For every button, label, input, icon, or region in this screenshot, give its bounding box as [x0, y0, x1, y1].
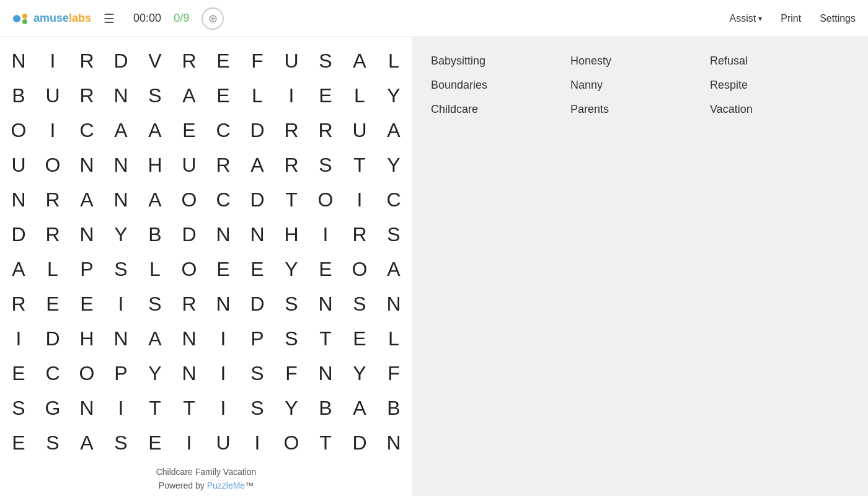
grid-cell[interactable]: D [2, 217, 36, 252]
grid-cell[interactable]: I [206, 321, 241, 356]
grid-cell[interactable]: R [36, 217, 70, 252]
grid-cell[interactable]: D [241, 113, 275, 148]
grid-cell[interactable]: Y [377, 148, 411, 182]
grid-cell[interactable]: A [172, 78, 206, 113]
grid-cell[interactable]: O [275, 425, 309, 460]
grid-cell[interactable]: F [241, 43, 275, 78]
grid-cell[interactable]: E [343, 321, 377, 356]
grid-cell[interactable]: R [2, 286, 36, 321]
grid-cell[interactable]: S [138, 78, 172, 113]
grid-cell[interactable]: D [36, 321, 70, 356]
grid-cell[interactable]: R [275, 148, 309, 182]
grid-cell[interactable]: V [138, 43, 172, 78]
grid-cell[interactable]: O [309, 182, 343, 217]
grid-cell[interactable]: Y [104, 217, 138, 252]
grid-cell[interactable]: S [275, 286, 309, 321]
grid-cell[interactable]: N [2, 182, 36, 217]
grid-cell[interactable]: S [104, 252, 138, 286]
grid-cell[interactable]: A [138, 113, 172, 148]
grid-cell[interactable]: C [377, 182, 411, 217]
grid-cell[interactable]: A [138, 182, 172, 217]
grid-cell[interactable]: A [2, 252, 36, 286]
grid-cell[interactable]: I [206, 356, 241, 391]
grid-cell[interactable]: S [309, 43, 343, 78]
grid-cell[interactable]: U [275, 43, 309, 78]
grid-cell[interactable]: O [2, 113, 36, 148]
grid-cell[interactable]: N [377, 286, 411, 321]
grid-cell[interactable]: N [104, 182, 138, 217]
grid-cell[interactable]: R [70, 43, 104, 78]
grid-cell[interactable]: S [2, 391, 36, 425]
grid-cell[interactable]: E [206, 252, 241, 286]
grid-cell[interactable]: N [70, 391, 104, 425]
settings-button[interactable]: Settings [820, 13, 856, 24]
grid-cell[interactable]: N [70, 217, 104, 252]
grid-cell[interactable]: A [138, 321, 172, 356]
grid-cell[interactable]: S [343, 286, 377, 321]
grid-cell[interactable]: A [70, 425, 104, 460]
puzzleme-link[interactable]: PuzzleMe [207, 480, 245, 490]
grid-cell[interactable]: A [377, 113, 411, 148]
grid-cell[interactable]: S [241, 391, 275, 425]
grid-cell[interactable]: E [2, 356, 36, 391]
grid-cell[interactable]: S [241, 356, 275, 391]
grid-cell[interactable]: R [206, 148, 241, 182]
grid-cell[interactable]: N [377, 425, 411, 460]
grid-cell[interactable]: D [343, 425, 377, 460]
grid-cell[interactable]: R [309, 113, 343, 148]
grid-cell[interactable]: Y [377, 78, 411, 113]
grid-cell[interactable]: I [104, 286, 138, 321]
grid-cell[interactable]: D [172, 217, 206, 252]
grid-cell[interactable]: S [309, 148, 343, 182]
grid-cell[interactable]: N [70, 148, 104, 182]
grid-cell[interactable]: F [377, 356, 411, 391]
grid-cell[interactable]: Y [275, 391, 309, 425]
grid-cell[interactable]: L [36, 252, 70, 286]
grid-cell[interactable]: A [377, 252, 411, 286]
grid-cell[interactable]: I [343, 182, 377, 217]
grid-cell[interactable]: R [70, 78, 104, 113]
grid-cell[interactable]: Y [138, 356, 172, 391]
grid-cell[interactable]: D [241, 286, 275, 321]
grid-cell[interactable]: A [104, 113, 138, 148]
grid-cell[interactable]: E [172, 113, 206, 148]
grid-cell[interactable]: T [172, 391, 206, 425]
grid-cell[interactable]: S [138, 286, 172, 321]
grid-cell[interactable]: H [138, 148, 172, 182]
grid-cell[interactable]: I [172, 425, 206, 460]
grid-cell[interactable]: N [309, 356, 343, 391]
grid-cell[interactable]: E [36, 286, 70, 321]
grid-cell[interactable]: O [70, 356, 104, 391]
grid-cell[interactable]: R [275, 113, 309, 148]
grid-cell[interactable]: P [241, 321, 275, 356]
grid-cell[interactable]: B [377, 391, 411, 425]
grid-cell[interactable]: N [104, 321, 138, 356]
grid-cell[interactable]: N [172, 321, 206, 356]
grid-cell[interactable]: H [275, 217, 309, 252]
assist-button[interactable]: Assist ▾ [730, 13, 763, 24]
grid-cell[interactable]: S [104, 425, 138, 460]
grid-cell[interactable]: H [70, 321, 104, 356]
grid-cell[interactable]: U [36, 78, 70, 113]
grid-cell[interactable]: D [104, 43, 138, 78]
grid-cell[interactable]: I [36, 113, 70, 148]
grid-cell[interactable]: T [309, 321, 343, 356]
grid-cell[interactable]: L [377, 321, 411, 356]
grid-cell[interactable]: R [343, 217, 377, 252]
grid-cell[interactable]: B [138, 217, 172, 252]
grid-cell[interactable]: Y [343, 356, 377, 391]
grid-cell[interactable]: Y [275, 252, 309, 286]
grid-cell[interactable]: L [377, 43, 411, 78]
grid-cell[interactable]: E [309, 252, 343, 286]
grid-cell[interactable]: I [36, 43, 70, 78]
grid-cell[interactable]: O [172, 252, 206, 286]
grid-cell[interactable]: C [206, 113, 241, 148]
grid-cell[interactable]: I [241, 425, 275, 460]
grid-cell[interactable]: A [241, 148, 275, 182]
grid-cell[interactable]: O [172, 182, 206, 217]
grid-cell[interactable]: T [275, 182, 309, 217]
grid-cell[interactable]: P [104, 356, 138, 391]
grid-cell[interactable]: I [309, 217, 343, 252]
grid-cell[interactable]: G [36, 391, 70, 425]
grid-cell[interactable]: C [206, 182, 241, 217]
